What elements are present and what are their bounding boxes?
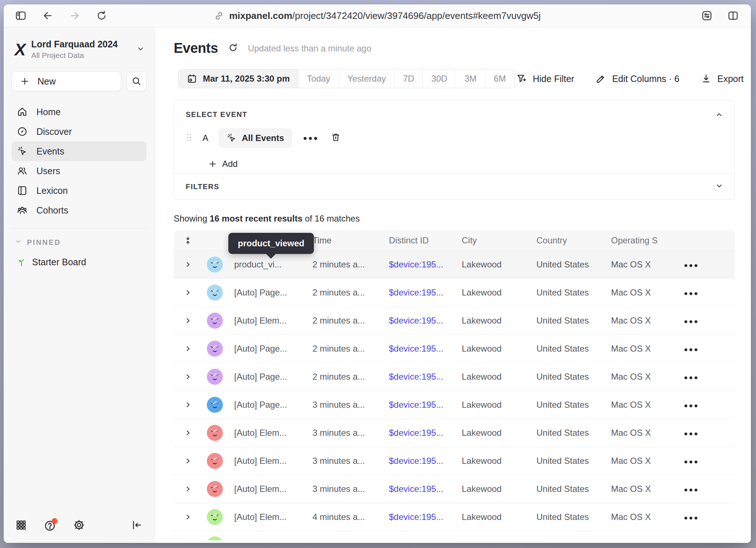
table-row[interactable]: [Auto] Elem... 4 minutes a... $device:19…	[174, 503, 735, 531]
workspace-switcher[interactable]: X Lord Farquaad 2024 All Project Data	[15, 39, 145, 60]
sidebar-toggle-icon[interactable]	[15, 9, 27, 22]
row-actions-button[interactable]: ●●●	[684, 318, 699, 325]
collapse-all-rows-icon[interactable]	[174, 236, 202, 245]
distinct-id-link[interactable]: $device:195...	[382, 344, 455, 354]
table-row[interactable]: product_vi... 2 minutes a... $device:195…	[174, 250, 735, 278]
distinct-id-link[interactable]: $device:195...	[382, 287, 455, 298]
event-name-cell[interactable]: [Auto] Elem...	[228, 456, 306, 466]
sidebar-item-users[interactable]: Users	[12, 161, 146, 181]
preset-6m[interactable]: 6M	[485, 70, 514, 88]
distinct-id-link[interactable]: $device:195...	[382, 316, 455, 326]
sidebar-item-cohorts[interactable]: Cohorts	[12, 200, 146, 220]
row-actions-button[interactable]: ●●●	[684, 430, 699, 437]
expand-row-icon[interactable]	[184, 317, 192, 324]
date-range-control: Mar 11, 2025 3:30 pm Today Yesterday 7D …	[178, 69, 516, 88]
drag-handle-icon[interactable]	[186, 133, 192, 144]
sidebar-item-discover[interactable]: Discover	[12, 122, 146, 141]
split-view-icon[interactable]	[727, 9, 739, 22]
table-row-partial[interactable]	[174, 531, 735, 540]
hide-filter-button[interactable]: Hide Filter	[516, 73, 574, 84]
event-name-cell[interactable]: [Auto] Elem...	[228, 484, 306, 494]
expand-row-icon[interactable]	[184, 513, 192, 521]
row-actions-button[interactable]: ●●●	[684, 262, 699, 269]
row-actions-button[interactable]: ●●●	[684, 514, 699, 521]
sidebar-item-starter-board[interactable]: Starter Board	[12, 257, 146, 267]
expand-row-icon[interactable]	[184, 345, 192, 352]
new-button[interactable]: New	[12, 71, 121, 91]
distinct-id-link[interactable]: $device:195...	[382, 259, 455, 270]
clause-letter: A	[202, 133, 208, 143]
search-button[interactable]	[127, 71, 146, 91]
event-name-cell[interactable]: [Auto] Elem...	[228, 316, 306, 326]
event-name-cell[interactable]: [Auto] Elem...	[228, 428, 306, 438]
distinct-id-link[interactable]: $device:195...	[382, 428, 455, 438]
header-distinct-id[interactable]: Distinct ID	[382, 235, 455, 246]
export-button[interactable]: Export	[701, 73, 744, 84]
pinned-section-header[interactable]: PINNED	[12, 238, 146, 247]
expand-row-icon[interactable]	[184, 289, 192, 296]
distinct-id-link[interactable]: $device:195...	[382, 484, 455, 494]
expand-row-icon[interactable]	[184, 429, 192, 437]
collapse-sidebar-icon[interactable]	[131, 519, 143, 532]
event-name-cell[interactable]: [Auto] Page...	[228, 287, 306, 298]
row-actions-button[interactable]: ●●●	[684, 458, 699, 465]
distinct-id-link[interactable]: $device:195...	[382, 372, 455, 382]
row-actions-button[interactable]: ●●●	[684, 290, 699, 297]
event-name-cell[interactable]: [Auto] Page...	[228, 372, 306, 382]
clause-more-button[interactable]: ●●●	[303, 134, 319, 142]
preset-30d[interactable]: 30D	[422, 70, 456, 88]
event-name-cell[interactable]: [Auto] Page...	[228, 400, 306, 410]
header-os[interactable]: Operating S	[605, 235, 677, 246]
table-row[interactable]: [Auto] Elem... 2 minutes a... $device:19…	[174, 306, 735, 334]
header-city[interactable]: City	[455, 235, 530, 246]
event-selector-chip[interactable]: All Events	[218, 128, 292, 148]
preset-7d[interactable]: 7D	[394, 70, 423, 88]
preset-yesterday[interactable]: Yesterday	[339, 70, 394, 88]
sidebar-item-home[interactable]: Home	[12, 102, 146, 122]
collapse-section-icon[interactable]	[715, 110, 724, 121]
distinct-id-link[interactable]: $device:195...	[382, 456, 455, 466]
table-row[interactable]: [Auto] Elem... 3 minutes a... $device:19…	[174, 475, 735, 503]
help-button[interactable]	[44, 520, 56, 532]
header-time[interactable]: Time	[306, 235, 382, 246]
preset-3m[interactable]: 3M	[456, 70, 485, 88]
event-name-cell[interactable]: [Auto] Elem...	[228, 512, 306, 522]
refresh-icon[interactable]	[228, 42, 239, 55]
table-row[interactable]: [Auto] Page... 3 minutes a... $device:19…	[174, 391, 735, 419]
date-range-button[interactable]: Mar 11, 2025 3:30 pm	[178, 70, 298, 88]
sidebar-item-lexicon[interactable]: Lexicon	[12, 181, 146, 200]
reload-button[interactable]	[95, 9, 108, 22]
apps-grid-icon[interactable]	[15, 519, 27, 532]
row-actions-button[interactable]: ●●●	[684, 374, 699, 381]
table-row[interactable]: [Auto] Elem... 3 minutes a... $device:19…	[174, 447, 735, 475]
add-event-button[interactable]: Add	[208, 159, 723, 169]
row-actions-button[interactable]: ●●●	[684, 346, 699, 353]
expand-row-icon[interactable]	[184, 485, 192, 493]
page-settings-icon[interactable]	[701, 9, 713, 22]
link-icon	[214, 11, 224, 21]
distinct-id-link[interactable]: $device:195...	[382, 512, 455, 522]
event-name-cell[interactable]: [Auto] Page...	[228, 344, 306, 354]
edit-columns-button[interactable]: Edit Columns · 6	[595, 73, 680, 84]
expand-section-icon[interactable]	[715, 181, 724, 192]
table-row[interactable]: [Auto] Page... 2 minutes a... $device:19…	[174, 334, 735, 363]
table-row[interactable]: [Auto] Elem... 3 minutes a... $device:19…	[174, 419, 735, 447]
expand-row-icon[interactable]	[184, 261, 192, 268]
expand-row-icon[interactable]	[184, 457, 192, 465]
preset-today[interactable]: Today	[298, 70, 339, 88]
expand-row-icon[interactable]	[184, 401, 192, 408]
header-country[interactable]: Country	[530, 235, 605, 246]
address-bar[interactable]: mixpanel.com/project/3472420/view/397469…	[214, 10, 541, 21]
event-name-cell[interactable]: product_vi...	[228, 259, 306, 270]
table-row[interactable]: [Auto] Page... 2 minutes a... $device:19…	[174, 278, 735, 306]
row-actions-button[interactable]: ●●●	[684, 402, 699, 409]
time-cell: 2 minutes a...	[306, 316, 382, 326]
row-actions-button[interactable]: ●●●	[684, 486, 699, 493]
distinct-id-link[interactable]: $device:195...	[382, 400, 455, 410]
expand-row-icon[interactable]	[184, 373, 192, 380]
settings-gear-icon[interactable]	[73, 519, 85, 533]
table-row[interactable]: [Auto] Page... 2 minutes a... $device:19…	[174, 363, 735, 391]
back-button[interactable]	[42, 9, 54, 22]
trash-icon[interactable]	[331, 132, 341, 144]
sidebar-item-events[interactable]: Events	[12, 141, 146, 161]
